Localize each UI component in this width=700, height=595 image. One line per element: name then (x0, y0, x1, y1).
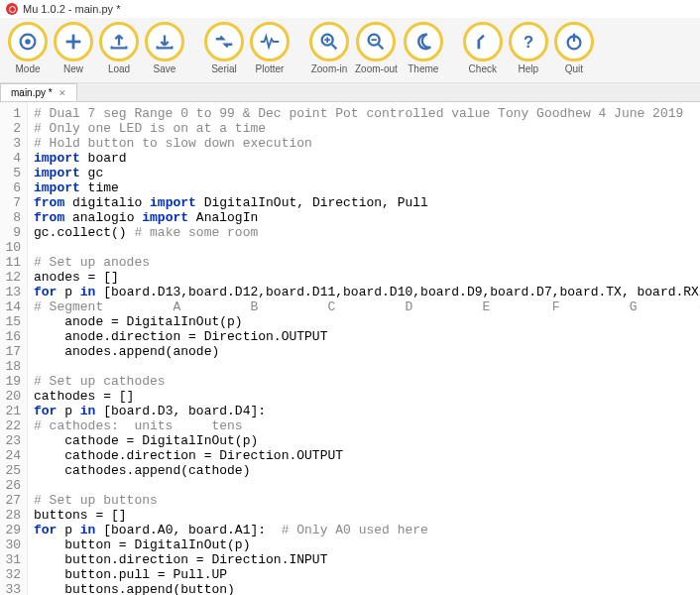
line-number: 14 (2, 299, 21, 314)
tool-label: Theme (408, 63, 438, 74)
code-line[interactable]: for p in [board.D13,board.D12,board.D11,… (34, 285, 700, 299)
help-button[interactable]: ?Help (509, 22, 548, 74)
tab-bar: main.py * ✕ (0, 83, 700, 102)
line-number: 16 (2, 329, 21, 344)
theme-icon (404, 22, 443, 61)
tab-main[interactable]: main.py * ✕ (0, 83, 77, 101)
code-line[interactable]: # Set up anodes (34, 255, 700, 270)
line-gutter: 1234567891011121314151617181920212223242… (0, 102, 28, 595)
code-line[interactable]: import gc (34, 166, 700, 180)
code-line[interactable]: # Dual 7 seg Range 0 to 99 & Dec point P… (34, 106, 700, 121)
line-number: 5 (2, 166, 21, 180)
tool-label: Zoom-out (355, 63, 398, 74)
svg-line-9 (379, 45, 384, 50)
line-number: 18 (2, 359, 21, 374)
tool-label: Check (469, 63, 497, 74)
code-line[interactable]: for p in [board.D3, board.D4]: (34, 404, 700, 418)
code-line[interactable]: buttons = [] (34, 508, 700, 523)
code-line[interactable]: cathode = DigitalInOut(p) (34, 433, 700, 448)
load-button[interactable]: Load (99, 22, 139, 74)
save-icon (145, 22, 184, 61)
line-number: 11 (2, 255, 21, 270)
line-number: 32 (2, 567, 21, 582)
code-line[interactable]: anodes = [] (34, 270, 700, 285)
plotter-button[interactable]: Plotter (250, 22, 290, 74)
check-button[interactable]: Check (463, 22, 503, 74)
line-number: 17 (2, 344, 21, 359)
zoom-out-button[interactable]: Zoom-out (355, 22, 398, 74)
quit-button[interactable]: Quit (554, 22, 594, 74)
plotter-icon (250, 22, 290, 61)
zoom-in-button[interactable]: Zoom-in (309, 22, 349, 74)
code-area[interactable]: # Dual 7 seg Range 0 to 99 & Dec point P… (28, 102, 700, 595)
code-line[interactable]: cathodes = [] (34, 389, 700, 404)
theme-button[interactable]: Theme (404, 22, 443, 74)
code-line[interactable]: for p in [board.A0, board.A1]: # Only A0… (34, 523, 700, 537)
tool-label: Serial (211, 63, 237, 74)
new-button[interactable]: New (54, 22, 93, 74)
code-line[interactable] (34, 478, 700, 493)
code-editor[interactable]: 1234567891011121314151617181920212223242… (0, 102, 700, 595)
tool-label: Save (154, 63, 176, 74)
line-number: 19 (2, 374, 21, 389)
tool-label: New (63, 63, 83, 74)
line-number: 31 (2, 552, 21, 567)
app-icon (6, 3, 18, 15)
line-number: 7 (2, 195, 21, 210)
line-number: 29 (2, 523, 21, 537)
tab-label: main.py * (11, 87, 53, 98)
toolbar: ModeNewLoadSaveSerialPlotterZoom-inZoom-… (0, 18, 700, 83)
code-line[interactable]: # cathodes: units tens (34, 418, 700, 433)
code-line[interactable]: # Segment A B C D E F G dp (34, 299, 700, 314)
code-line[interactable]: cathode.direction = Direction.OUTPUT (34, 448, 700, 463)
code-line[interactable]: # Hold button to slow down execution (34, 136, 700, 151)
line-number: 25 (2, 463, 21, 478)
serial-icon (204, 22, 244, 61)
help-icon: ? (509, 22, 548, 61)
code-line[interactable] (34, 240, 700, 255)
code-line[interactable]: # Set up cathodes (34, 374, 700, 389)
line-number: 8 (2, 210, 21, 225)
line-number: 13 (2, 285, 21, 299)
code-line[interactable]: # Set up buttons (34, 493, 700, 508)
code-line[interactable] (34, 359, 700, 374)
mode-button[interactable]: Mode (8, 22, 48, 74)
line-number: 26 (2, 478, 21, 493)
line-number: 22 (2, 418, 21, 433)
code-line[interactable]: button = DigitalInOut(p) (34, 537, 700, 552)
quit-icon (554, 22, 594, 61)
code-line[interactable]: import time (34, 180, 700, 195)
save-button[interactable]: Save (145, 22, 184, 74)
line-number: 3 (2, 136, 21, 151)
code-line[interactable]: button.pull = Pull.UP (34, 567, 700, 582)
code-line[interactable]: button.direction = Direction.INPUT (34, 552, 700, 567)
line-number: 24 (2, 448, 21, 463)
code-line[interactable]: import board (34, 151, 700, 166)
code-line[interactable]: cathodes.append(cathode) (34, 463, 700, 478)
line-number: 27 (2, 493, 21, 508)
code-line[interactable]: anodes.append(anode) (34, 344, 700, 359)
line-number: 10 (2, 240, 21, 255)
line-number: 20 (2, 389, 21, 404)
line-number: 33 (2, 582, 21, 595)
line-number: 4 (2, 151, 21, 166)
code-line[interactable]: gc.collect() # make some room (34, 225, 700, 240)
code-line[interactable]: from analogio import AnalogIn (34, 210, 700, 225)
tool-label: Load (108, 63, 130, 74)
svg-text:?: ? (524, 33, 533, 51)
line-number: 15 (2, 314, 21, 329)
tool-label: Mode (15, 63, 40, 74)
line-number: 30 (2, 537, 21, 552)
code-line[interactable]: # Only one LED is on at a time (34, 121, 700, 136)
code-line[interactable]: from digitalio import DigitalInOut, Dire… (34, 195, 700, 210)
window-titlebar: Mu 1.0.2 - main.py * (0, 0, 700, 18)
tool-label: Plotter (256, 63, 285, 74)
serial-button[interactable]: Serial (204, 22, 244, 74)
code-line[interactable]: anode.direction = Direction.OUTPUT (34, 329, 700, 344)
close-icon[interactable]: ✕ (58, 88, 66, 98)
line-number: 12 (2, 270, 21, 285)
window-title: Mu 1.0.2 - main.py * (23, 3, 120, 15)
code-line[interactable]: anode = DigitalInOut(p) (34, 314, 700, 329)
code-line[interactable]: buttons.append(button) (34, 582, 700, 595)
line-number: 21 (2, 404, 21, 418)
